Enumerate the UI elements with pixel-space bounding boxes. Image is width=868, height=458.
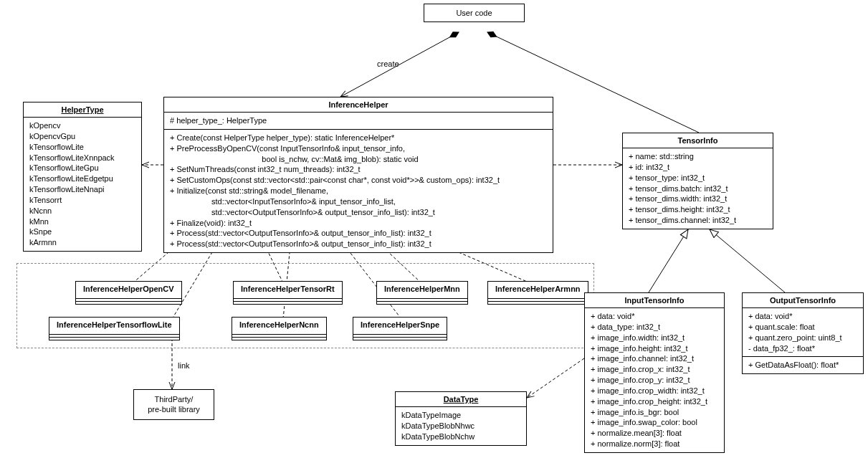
list-item: kSnpe	[29, 226, 135, 237]
create-label: create	[377, 59, 399, 68]
list-item: + Process(std::vector<OutputTensorInfo>&…	[170, 239, 547, 249]
output-tensor-info-title: OutputTensorInfo	[743, 293, 863, 308]
list-item: + data_type: int32_t	[591, 322, 718, 333]
subclass-mnn: InferenceHelperMnn	[376, 281, 468, 305]
data-type-title: DataType	[396, 392, 526, 407]
helper-type-box: HelperType kOpencvkOpencvGpukTensorflowL…	[23, 102, 142, 252]
list-item: + data: void*	[748, 311, 857, 322]
list-item: + Create(const HelperType helper_type): …	[170, 133, 547, 143]
svg-line-14	[710, 229, 785, 292]
input-tensor-info-title: InputTensorInfo	[585, 293, 724, 308]
list-item: kDataTypeBlobNchw	[401, 431, 520, 442]
list-item: + normalize.mean[3]: float	[591, 428, 718, 439]
list-item: + image_info.width: int32_t	[591, 333, 718, 343]
input-tensor-info-attrs: + data: void*+ data_type: int32_t+ image…	[585, 308, 724, 452]
list-item: + Initialize(const std::string& model_fi…	[170, 186, 547, 196]
tensor-info-attrs: + name: std::string+ id: int32_t+ tensor…	[623, 148, 773, 229]
list-item: + image_info.crop_y: int32_t	[591, 375, 718, 386]
list-item: std::vector<OutputTensorInfo>& output_te…	[170, 207, 547, 218]
list-item: std::vector<InputTensorInfo>& input_tens…	[170, 196, 547, 207]
list-item: + SetCustomOps(const std::vector<std::pa…	[170, 175, 547, 186]
list-item: - data_fp32_: float*	[748, 343, 857, 354]
svg-line-0	[340, 32, 459, 97]
list-item: + id: int32_t	[629, 162, 767, 173]
data-type-box: DataType kDataTypeImagekDataTypeBlobNhwc…	[395, 391, 527, 446]
list-item: kTensorrt	[29, 195, 135, 206]
subclass-armnn: InferenceHelperArmnn	[487, 281, 588, 305]
output-tensor-info-attrs: + data: void*+ quant.scale: float+ quant…	[743, 308, 863, 357]
list-item: + image_info.height: int32_t	[591, 343, 718, 354]
list-item: + Process(std::vector<OutputTensorInfo>&…	[170, 228, 547, 239]
list-item: + Finalize(void): int32_t	[170, 218, 547, 229]
subclass-tflite: InferenceHelperTensorflowLite	[49, 317, 180, 340]
tensor-info-title: TensorInfo	[623, 133, 773, 148]
list-item: + image_info.channel: int32_t	[591, 353, 718, 364]
subclass-tensorrt: InferenceHelperTensorRt	[233, 281, 343, 305]
list-item: kNcnn	[29, 206, 135, 216]
data-type-list: kDataTypeImagekDataTypeBlobNhwckDataType…	[396, 407, 526, 445]
user-code-title: User code	[431, 9, 517, 17]
list-item: kTensorflowLiteGpu	[29, 163, 135, 173]
list-item: + image_info.crop_width: int32_t	[591, 386, 718, 396]
inference-helper-ops: + Create(const HelperType helper_type): …	[164, 130, 553, 252]
list-item: + quant.zero_point: uint8_t	[748, 333, 857, 343]
list-item: kDataTypeBlobNhwc	[401, 421, 520, 431]
list-item: + image_info.crop_x: int32_t	[591, 364, 718, 375]
list-item: kTensorflowLiteEdgetpu	[29, 173, 135, 184]
list-item: + quant.scale: float	[748, 322, 857, 333]
list-item: kOpencv	[29, 120, 135, 131]
list-item: bool is_nchw, cv::Mat& img_blob): static…	[170, 154, 547, 165]
list-item: # helper_type_: HelperType	[170, 115, 547, 126]
svg-line-13	[649, 229, 688, 292]
subclass-opencv: InferenceHelperOpenCV	[75, 281, 182, 305]
input-tensor-info-box: InputTensorInfo + data: void*+ data_type…	[584, 292, 725, 453]
list-item: + PreProcessByOpenCV(const InputTensorIn…	[170, 143, 547, 154]
tensor-info-box: TensorInfo + name: std::string+ id: int3…	[622, 133, 773, 229]
list-item: + tensor_dims.height: int32_t	[629, 204, 767, 215]
list-item: kOpencvGpu	[29, 131, 135, 142]
third-party-box: ThirdParty/ pre-built library	[133, 389, 214, 420]
list-item: + SetNumThreads(const int32_t num_thread…	[170, 164, 547, 175]
output-tensor-info-box: OutputTensorInfo + data: void*+ quant.sc…	[742, 292, 864, 374]
subclass-snpe: InferenceHelperSnpe	[353, 317, 447, 340]
list-item: kDataTypeImage	[401, 410, 520, 421]
list-item: kTensorflowLite	[29, 142, 135, 153]
list-item: kTensorflowLiteNnapi	[29, 184, 135, 195]
svg-line-12	[527, 358, 584, 398]
output-tensor-info-ops: + GetDataAsFloat(): float*	[743, 357, 863, 373]
list-item: + tensor_dims.channel: int32_t	[629, 215, 767, 226]
inference-helper-title: InferenceHelper	[164, 97, 553, 113]
list-item: + tensor_dims.batch: int32_t	[629, 183, 767, 194]
helper-type-title: HelperType	[24, 102, 141, 118]
list-item: kArmnn	[29, 237, 135, 248]
user-code-box: User code	[424, 4, 525, 22]
list-item: + GetDataAsFloat(): float*	[748, 360, 857, 371]
link-label: link	[178, 361, 190, 370]
inference-helper-attrs: # helper_type_: HelperType	[164, 113, 553, 130]
list-item: + image_info.crop_height: int32_t	[591, 396, 718, 407]
list-item: kMnn	[29, 216, 135, 227]
list-item: + name: std::string	[629, 151, 767, 162]
list-item: + tensor_type: int32_t	[629, 173, 767, 183]
helper-type-list: kOpencvkOpencvGpukTensorflowLitekTensorf…	[24, 118, 141, 251]
list-item: kTensorflowLiteXnnpack	[29, 153, 135, 163]
list-item: + image_info.swap_color: bool	[591, 417, 718, 428]
list-item: + image_info.is_bgr: bool	[591, 407, 718, 418]
list-item: + data: void*	[591, 311, 718, 322]
list-item: + tensor_dims.width: int32_t	[629, 194, 767, 204]
inference-helper-box: InferenceHelper # helper_type_: HelperTy…	[163, 97, 553, 253]
subclass-ncnn: InferenceHelperNcnn	[232, 317, 327, 340]
list-item: + normalize.norm[3]: float	[591, 439, 718, 449]
